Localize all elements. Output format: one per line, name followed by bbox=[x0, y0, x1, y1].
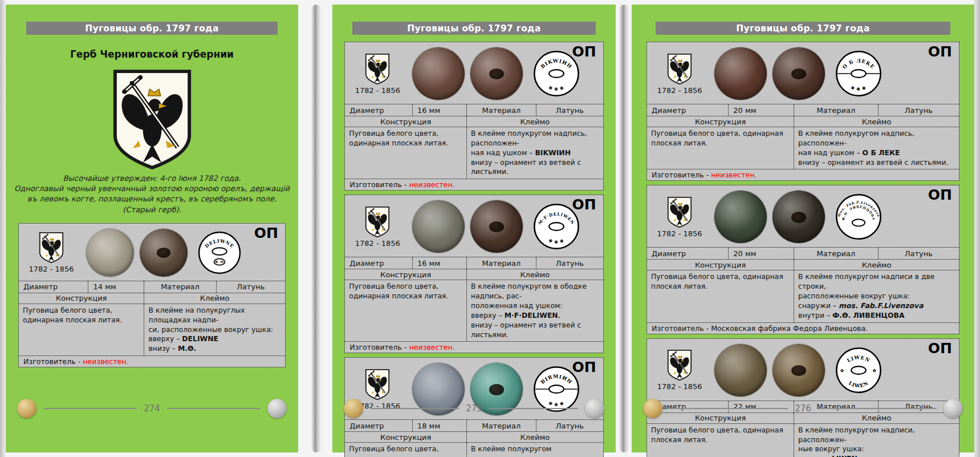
years-label: 1782 - 1856 bbox=[355, 239, 400, 248]
construction-text: Пуговица белого цвета, одинарная плоская… bbox=[345, 443, 466, 457]
button-front-photo bbox=[412, 47, 465, 100]
footer-silver-button-icon bbox=[585, 399, 604, 418]
button-entry: 1782 - 1856 M·F·DELIWEN ✻ ✻ ✻ ОП Диаметр… bbox=[344, 195, 603, 353]
material-value: Латунь bbox=[536, 257, 603, 269]
button-front-photo bbox=[412, 200, 465, 253]
material-value: Латунь bbox=[878, 248, 959, 259]
maker-value: неизвестен. bbox=[409, 180, 455, 189]
button-back-photo bbox=[772, 191, 825, 243]
diameter-label: Диаметр bbox=[345, 420, 412, 431]
material-label: Материал bbox=[466, 257, 536, 269]
footer-rule bbox=[370, 408, 459, 409]
footer-rule bbox=[669, 408, 788, 409]
op-label: ОП bbox=[572, 43, 596, 60]
years-label: 1782 - 1856 bbox=[657, 229, 702, 238]
diameter-label: Диаметр bbox=[345, 257, 412, 269]
diameter-value: 20 мм bbox=[728, 248, 794, 259]
construction-text: Пуговица белого цвета, одинарная плоская… bbox=[345, 280, 466, 341]
maker-row: Изготовитель -неизвестен. bbox=[345, 179, 603, 190]
maker-value: неизвестен. bbox=[409, 343, 455, 351]
page-275: Пуговицы обр. 1797 года 1782 - 1856 BIKW… bbox=[332, 5, 616, 452]
coat-of-arms-small: 1782 - 1856 bbox=[348, 206, 406, 248]
construction-header: Конструкция bbox=[647, 116, 794, 127]
material-label: Материал bbox=[466, 420, 536, 431]
construction-text: Пуговица белого цвета, одинарная плоская… bbox=[647, 270, 794, 322]
op-label: ОП bbox=[928, 187, 952, 203]
page-number: 275 bbox=[466, 403, 482, 414]
stamp-drawing: О Б ЛЕКЕ ✻ ✻ ✻ bbox=[834, 49, 883, 98]
footer-rule bbox=[489, 408, 578, 409]
diameter-value: 14 мм bbox=[88, 281, 144, 293]
button-back-photo bbox=[772, 47, 825, 100]
diameter-value: 18 мм bbox=[412, 420, 466, 431]
svg-text:✿: ✿ bbox=[873, 368, 877, 373]
stamp-drawing: mos. Fab.F.Livenzova Ф.Ѳ. ЛИВЕНЦОВА bbox=[834, 192, 883, 241]
material-label: Материал bbox=[144, 281, 215, 293]
years-label: 1782 - 1856 bbox=[657, 382, 702, 391]
diameter-label: Диаметр bbox=[19, 281, 88, 293]
coat-of-arms-icon bbox=[666, 196, 693, 228]
construction-text: Пуговица белого цвета, одинарная плоская… bbox=[647, 127, 794, 169]
coat-of-arms-image bbox=[110, 68, 194, 171]
diameter-value: 16 мм bbox=[412, 104, 466, 116]
page-header-title: Пуговицы обр. 1797 года bbox=[736, 23, 869, 34]
coat-of-arms-small: 1782 - 1856 bbox=[650, 196, 709, 238]
years-label: 1782 - 1856 bbox=[355, 86, 400, 95]
material-value: Латунь bbox=[878, 104, 959, 116]
page-edge-divider bbox=[619, 5, 629, 452]
footer-gold-button-icon bbox=[643, 399, 662, 418]
op-label: ОП bbox=[572, 196, 596, 213]
material-label: Материал bbox=[466, 104, 536, 116]
stamp-header: Клеймо bbox=[794, 260, 959, 270]
button-entry: 1782 - 1856 mos. Fab.F.Livenzova Ф.Ѳ. ЛИ… bbox=[646, 185, 959, 334]
maker-row: Изготовитель -неизвестен. bbox=[647, 169, 959, 180]
maker-label: Изготовитель - bbox=[652, 171, 709, 179]
construction-text: Пуговица белого цвета, одинарная плоская… bbox=[19, 304, 144, 355]
page-header-bar: Пуговицы обр. 1797 года bbox=[352, 22, 596, 35]
footer-rule bbox=[43, 408, 137, 409]
footer-silver-button-icon bbox=[267, 399, 287, 418]
construction-text: Пуговица белого цвета, одинарная плоская… bbox=[345, 127, 466, 179]
coat-of-arms-icon bbox=[364, 53, 391, 85]
construction-header: Конструкция bbox=[647, 260, 794, 270]
page-footer: 275 bbox=[332, 399, 616, 418]
stamp-text: В клейме полукругом надпись, расположен-… bbox=[466, 127, 603, 179]
button-back-photo bbox=[470, 47, 523, 100]
diameter-label: Диаметр bbox=[647, 248, 728, 259]
button-front-photo bbox=[714, 344, 767, 397]
page-edge-divider bbox=[311, 5, 322, 452]
page-header-title: Пуговицы обр. 1797 года bbox=[85, 23, 218, 34]
construction-header: Конструкция bbox=[19, 293, 144, 304]
coat-of-arms-small: 1782 - 1856 bbox=[650, 53, 709, 95]
stamp-drawing: DELIWNE Ф М bbox=[197, 230, 242, 276]
maker-label: Изготовитель - bbox=[652, 324, 709, 333]
coat-of-arms-small: 1782 - 1856 bbox=[348, 53, 406, 95]
construction-header: Конструкция bbox=[345, 269, 466, 280]
op-label: ОП bbox=[928, 340, 952, 357]
page-footer: 276 bbox=[632, 399, 974, 418]
stamp-text: В клейме полукругом надпись, расположен-… bbox=[794, 127, 959, 169]
stamp-header: Клеймо bbox=[466, 116, 603, 127]
construction-header: Конструкция bbox=[345, 432, 466, 442]
button-back-photo bbox=[470, 200, 523, 253]
page-title: Герб Черниговской губернии bbox=[6, 48, 298, 60]
stamp-text: В клейме полукругом в ободке надпись, ра… bbox=[466, 280, 603, 341]
button-entry: 1782 - 1856 LIWEN LIWEN ✿ ✿ ОП Диаметр bbox=[646, 338, 959, 457]
stamp-text: В клейме полукругом надписи в две строки… bbox=[794, 270, 959, 322]
stamp-drawing: LIWEN LIWEN ✿ ✿ bbox=[834, 346, 883, 395]
button-front-photo bbox=[714, 191, 767, 243]
footer-rule bbox=[818, 408, 937, 409]
page-276: Пуговицы обр. 1797 года 1782 - 1856 О Б … bbox=[632, 5, 974, 452]
coat-of-arms-icon bbox=[38, 232, 64, 264]
stamp-header: Клеймо bbox=[466, 432, 603, 442]
material-value: Латунь bbox=[216, 281, 285, 293]
stamp-header: Клеймо bbox=[466, 269, 603, 280]
construction-text: Пуговица белого цвета, одинарная плоская… bbox=[647, 424, 794, 457]
maker-value: неизвестен. bbox=[83, 357, 128, 366]
page-number: 276 bbox=[795, 403, 811, 414]
coat-of-arms-icon bbox=[364, 369, 391, 401]
footer-rule bbox=[167, 408, 261, 409]
page-274: Пуговицы обр. 1797 года Герб Черниговско… bbox=[6, 5, 298, 452]
page-footer: 274 bbox=[6, 399, 298, 418]
heraldic-description: Высочайше утвержден: 4-го Іюня 1782 года… bbox=[6, 173, 298, 215]
